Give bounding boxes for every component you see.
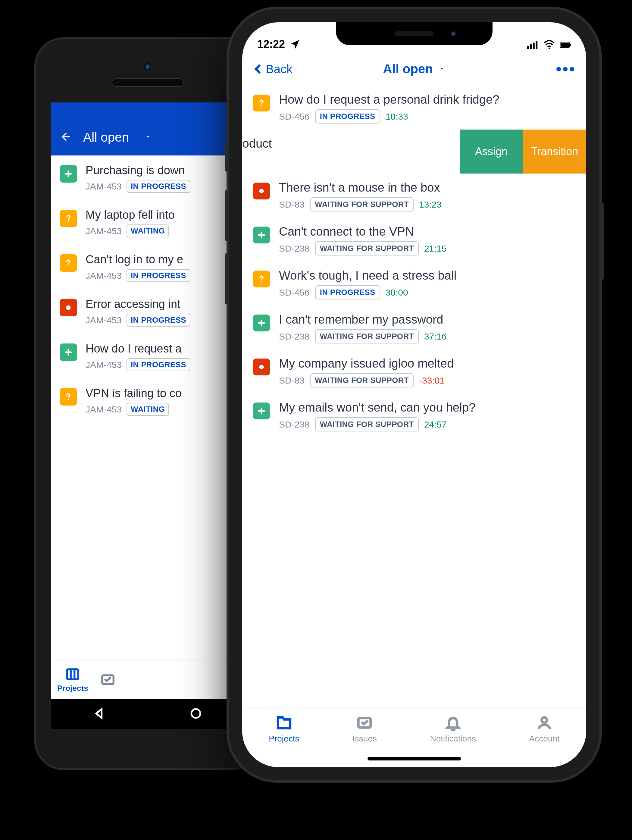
issue-title: My laptop fell into xyxy=(85,208,236,221)
issue-title: How do I request a personal drink fridge… xyxy=(279,93,575,106)
issue-row[interactable]: Can't connect to the VPN SD-238 WAITING … xyxy=(242,218,586,262)
svg-point-3 xyxy=(68,399,69,400)
svg-point-18 xyxy=(259,189,264,193)
android-home-button[interactable] xyxy=(189,707,202,721)
svg-point-19 xyxy=(261,281,262,283)
nav-projects-label: Projects xyxy=(57,684,88,693)
home-indicator[interactable] xyxy=(367,757,461,761)
issue-key: SD-238 xyxy=(279,332,310,342)
iphone-camera xyxy=(450,31,456,37)
wifi-icon xyxy=(544,39,555,51)
tab-account-label: Account xyxy=(529,734,560,744)
issue-time: 21:15 xyxy=(424,243,447,254)
issue-key: JAM-453 xyxy=(85,270,122,281)
ios-issue-list: How do I request a personal drink fridge… xyxy=(242,85,586,437)
issue-title: My company issued igloo melted xyxy=(279,357,575,370)
issue-key: JAM-453 xyxy=(85,360,122,370)
issue-key: SD-456 xyxy=(279,112,310,122)
statusbar-time: 12:22 xyxy=(257,38,285,51)
issue-time: 30:00 xyxy=(386,287,408,298)
android-app-header: All open xyxy=(51,119,244,155)
tab-issues[interactable]: Issues xyxy=(353,715,377,744)
nav-projects[interactable]: Projects xyxy=(57,667,88,693)
back-label: Back xyxy=(266,62,293,76)
iphone-screen: 12:22 xyxy=(242,22,586,767)
tab-notifications[interactable]: Notifications xyxy=(430,715,476,744)
issue-row[interactable]: Error accessing int JAM-453 IN PROGRESS xyxy=(51,289,244,334)
issue-type-icon xyxy=(60,343,77,361)
assign-button[interactable]: Assign xyxy=(460,129,523,174)
issue-title: Can't connect to the VPN xyxy=(279,225,575,238)
issue-row[interactable]: Purchasing is down JAM-453 IN PROGRESS xyxy=(51,155,244,200)
issue-type-icon xyxy=(60,210,77,227)
iphone-device-frame: 12:22 xyxy=(229,9,599,780)
issue-key: SD-456 xyxy=(279,287,310,298)
issue-row[interactable]: Work's tough, I need a stress ball SD-45… xyxy=(242,262,586,306)
iphone-notch xyxy=(336,22,493,45)
issue-type-icon xyxy=(60,254,77,272)
dropdown-icon[interactable] xyxy=(145,133,151,141)
svg-point-8 xyxy=(191,709,200,718)
issue-row-swiped[interactable]: fy our software dev product FOR SUPPORT … xyxy=(242,129,586,174)
svg-rect-9 xyxy=(527,46,529,49)
issue-row[interactable]: I can't remember my password SD-238 WAIT… xyxy=(242,306,586,349)
back-arrow-icon[interactable] xyxy=(60,131,72,144)
issue-type-icon xyxy=(253,314,270,332)
filter-title[interactable]: All open xyxy=(383,62,433,76)
issue-row[interactable]: How do I request a personal drink fridge… xyxy=(242,85,586,129)
svg-rect-10 xyxy=(530,44,532,49)
issue-row[interactable]: My emails won't send, can you help? SD-2… xyxy=(242,393,586,437)
issue-row[interactable]: There isn't a mouse in the box SD-83 WAI… xyxy=(242,174,586,218)
issue-title: I can't remember my password xyxy=(279,313,575,326)
issue-row[interactable]: Can't log in to my e JAM-453 IN PROGRESS xyxy=(51,245,244,289)
svg-point-13 xyxy=(548,47,550,49)
filter-title[interactable]: All open xyxy=(83,130,129,145)
issue-status: WAITING xyxy=(126,224,169,237)
svg-rect-11 xyxy=(533,43,535,49)
issue-status: IN PROGRESS xyxy=(126,180,191,193)
tab-projects[interactable]: Projects xyxy=(269,715,299,744)
issue-title: Error accessing int xyxy=(85,298,236,311)
issue-type-icon xyxy=(60,299,77,316)
issue-status: IN PROGRESS xyxy=(315,109,380,123)
issue-type-icon xyxy=(253,270,270,287)
issue-status: IN PROGRESS xyxy=(126,314,191,327)
issue-status: WAITING xyxy=(126,403,169,416)
issue-row[interactable]: VPN is failing to co JAM-453 WAITING xyxy=(51,379,244,423)
issue-key: JAM-453 xyxy=(85,226,122,236)
issue-status: WAITING FOR SUPPORT xyxy=(315,329,419,343)
android-issue-list: Purchasing is down JAM-453 IN PROGRESS M… xyxy=(51,155,244,423)
issue-row[interactable]: My laptop fell into JAM-453 WAITING xyxy=(51,200,244,245)
issue-title: fy our software dev product xyxy=(242,137,449,150)
svg-point-22 xyxy=(542,717,547,723)
issue-time: -33:01 xyxy=(419,376,444,386)
transition-button[interactable]: Transition xyxy=(523,129,586,174)
issue-row[interactable]: How do I request a JAM-453 IN PROGRESS xyxy=(51,334,244,379)
tab-account[interactable]: Account xyxy=(529,715,560,744)
issue-type-icon xyxy=(253,227,270,243)
tab-projects-label: Projects xyxy=(269,734,299,744)
issue-key: JAM-453 xyxy=(85,315,122,325)
svg-rect-16 xyxy=(570,44,571,46)
iphone-side-button xyxy=(599,202,604,280)
dropdown-icon[interactable] xyxy=(438,65,446,73)
android-screen: All open Purchasing is down JAM-453 IN P… xyxy=(51,103,244,729)
android-statusbar xyxy=(51,103,244,119)
issue-type-icon xyxy=(60,165,77,183)
issue-status: WAITING FOR SUPPORT xyxy=(310,373,414,387)
more-button[interactable]: ••• xyxy=(556,60,576,78)
svg-point-20 xyxy=(259,365,264,369)
issue-status: IN PROGRESS xyxy=(126,358,191,371)
issue-title: There isn't a mouse in the box xyxy=(279,181,575,194)
issue-type-icon xyxy=(253,358,270,376)
android-back-button[interactable] xyxy=(93,707,106,721)
issue-type-icon xyxy=(253,183,270,199)
nav-issues[interactable] xyxy=(100,672,115,687)
issue-time: 37:16 xyxy=(424,332,447,342)
back-button[interactable]: Back xyxy=(252,62,293,76)
swipe-actions: Assign Transition xyxy=(460,129,586,174)
android-system-nav xyxy=(51,699,244,729)
svg-rect-4 xyxy=(67,669,79,679)
issue-row[interactable]: My company issued igloo melted SD-83 WAI… xyxy=(242,349,586,393)
ios-app-header: Back All open ••• xyxy=(242,52,586,85)
